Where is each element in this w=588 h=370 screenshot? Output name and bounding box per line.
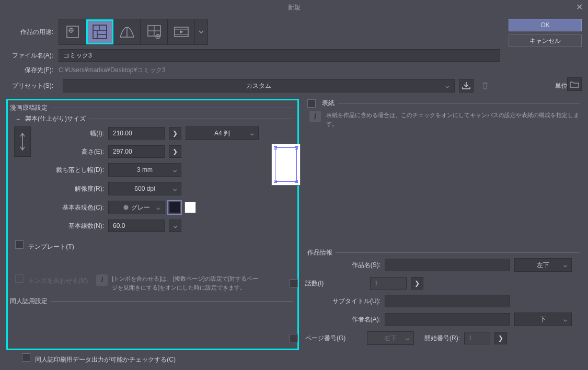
- chevron-down-icon: ⌵: [406, 334, 409, 342]
- chevron-down-icon: ⌵: [173, 166, 177, 174]
- swatch-white[interactable]: [185, 202, 196, 213]
- episode-checkbox[interactable]: [290, 279, 298, 287]
- purpose-toolbar: [59, 19, 208, 45]
- page-preview: [271, 144, 301, 186]
- width-label: 幅(I):: [36, 129, 104, 138]
- lines-dropdown-icon[interactable]: ⌵: [169, 219, 181, 232]
- page-size-select[interactable]: A4 判 ⌵: [186, 126, 259, 140]
- purpose-print-icon[interactable]: [141, 19, 168, 44]
- preset-label: プリセット(S):: [6, 82, 59, 90]
- filename-input[interactable]: コミック3: [59, 49, 500, 62]
- workname-input[interactable]: [385, 259, 510, 271]
- author-pos-value: 下: [540, 315, 546, 324]
- tombo-label: トンボを合わせる(M): [28, 277, 88, 284]
- height-label: 高さ(E):: [36, 147, 104, 156]
- height-input[interactable]: 297.00: [108, 145, 165, 158]
- preset-value: カスタム: [246, 82, 271, 90]
- cover-checkbox[interactable]: [307, 99, 316, 108]
- startnum-value: 1: [469, 334, 472, 342]
- preset-delete-icon[interactable]: [478, 79, 492, 92]
- chevron-down-icon: ⌵: [173, 185, 177, 192]
- purpose-more-icon[interactable]: [195, 19, 207, 44]
- workname-pos-select[interactable]: 左下 ⌵: [514, 258, 572, 272]
- episode-label: 話数(I): [305, 279, 335, 288]
- svg-point-16: [123, 205, 129, 210]
- author-pos-select[interactable]: 下 ⌵: [514, 313, 572, 326]
- bleed-select[interactable]: 3 mm ⌵: [108, 163, 181, 177]
- bleed-value: 3 mm: [137, 166, 153, 174]
- purpose-label: 作品の用途:: [6, 28, 59, 37]
- swatch-black[interactable]: [169, 202, 180, 213]
- author-label: 作者名(A):: [307, 315, 381, 324]
- basecolor-value: グレー: [131, 203, 150, 212]
- filename-label: ファイル名(A):: [6, 51, 59, 60]
- basecolor-label: 基本表現色(C):: [36, 203, 104, 212]
- svg-rect-2: [93, 25, 107, 39]
- width-input[interactable]: 210.00: [108, 127, 165, 140]
- purpose-comic-icon[interactable]: [86, 19, 113, 44]
- binding-title: 製本(仕上がり)サイズ: [25, 114, 86, 123]
- close-icon[interactable]: ✕: [576, 2, 583, 12]
- pagenum-checkbox[interactable]: [290, 334, 298, 342]
- window-title: 新規: [288, 3, 301, 12]
- pagenum-pos-value: 右下: [384, 334, 397, 343]
- width-step-icon[interactable]: ❯: [169, 127, 181, 140]
- orientation-button[interactable]: [14, 126, 31, 157]
- height-step-icon[interactable]: ❯: [169, 145, 181, 158]
- preset-select[interactable]: カスタム ⌵: [63, 79, 455, 92]
- episode-input[interactable]: 1: [370, 277, 407, 290]
- info-icon: i: [309, 111, 321, 122]
- chevron-down-icon: ⌵: [563, 316, 567, 323]
- basecolor-select[interactable]: グレー ⌵: [108, 201, 165, 214]
- manga-group-title: 漫画原稿設定: [10, 103, 48, 112]
- gray-icon: [123, 204, 129, 211]
- info-icon: i: [96, 274, 108, 286]
- resolution-label: 解像度(R):: [36, 184, 104, 193]
- workname-label: 作品名(S):: [307, 261, 381, 270]
- page-size-value: A4 判: [214, 129, 230, 138]
- lines-label: 基本線数(N):: [36, 222, 104, 230]
- pagenum-label: ページ番号(G): [305, 334, 363, 343]
- purpose-webtoon-icon[interactable]: [113, 19, 141, 44]
- tombo-info: [トンボを合わせる]は、[複数ページ]の設定で[対するページを見開きにする]をオ…: [112, 274, 258, 292]
- saveto-label: 保存先(F):: [6, 66, 59, 75]
- chevron-down-icon: ⌵: [156, 204, 160, 211]
- doujin-check-checkbox[interactable]: [22, 353, 30, 362]
- chevron-down-icon: ⌵: [563, 261, 567, 269]
- doujin-check-label: 同人誌印刷用データ出力が可能かチェックする(C): [35, 356, 176, 363]
- cancel-button[interactable]: キャンセル: [509, 34, 582, 47]
- template-label: テンプレート(T): [28, 243, 74, 250]
- workname-pos-value: 左下: [537, 261, 549, 270]
- chevron-down-icon: ⌵: [445, 82, 449, 89]
- workinfo-title: 作品情報: [307, 248, 332, 257]
- purpose-animation-icon[interactable]: [168, 19, 195, 44]
- subtitle-label: サブタイトル(U):: [307, 297, 381, 306]
- resolution-select[interactable]: 600 dpi ⌵: [108, 182, 181, 195]
- cover-title: 表紙: [322, 99, 335, 108]
- pagenum-pos-select[interactable]: 右下 ⌵: [367, 331, 414, 345]
- chevron-down-icon: ⌵: [250, 130, 254, 137]
- bleed-label: 裁ち落とし幅(D):: [36, 166, 104, 175]
- preset-save-icon[interactable]: [459, 79, 474, 92]
- resolution-value: 600 dpi: [134, 185, 155, 192]
- saveto-path: C:¥Users¥marika¥Desktop¥コミック3: [59, 66, 166, 75]
- ok-button[interactable]: OK: [509, 19, 582, 31]
- author-input[interactable]: [385, 313, 510, 326]
- startnum-label: 開始番号(R):: [424, 334, 460, 343]
- purpose-illustration-icon[interactable]: [59, 19, 86, 44]
- template-checkbox[interactable]: [15, 240, 24, 249]
- cover-info-text: 表紙を作品に含める場合は、このチェックをオンにしてキャンバスの設定や表紙の構成を…: [326, 111, 580, 128]
- tombo-checkbox: [15, 274, 24, 283]
- subtitle-input[interactable]: [385, 295, 510, 307]
- doujin-group-title: 同人誌用設定: [10, 297, 48, 306]
- folder-browse-icon[interactable]: [567, 77, 582, 91]
- startnum-input[interactable]: 1: [464, 332, 490, 344]
- episode-step-icon[interactable]: ❯: [411, 277, 423, 290]
- lines-input[interactable]: 60.0: [108, 219, 165, 232]
- startnum-step-icon[interactable]: ❯: [494, 332, 507, 344]
